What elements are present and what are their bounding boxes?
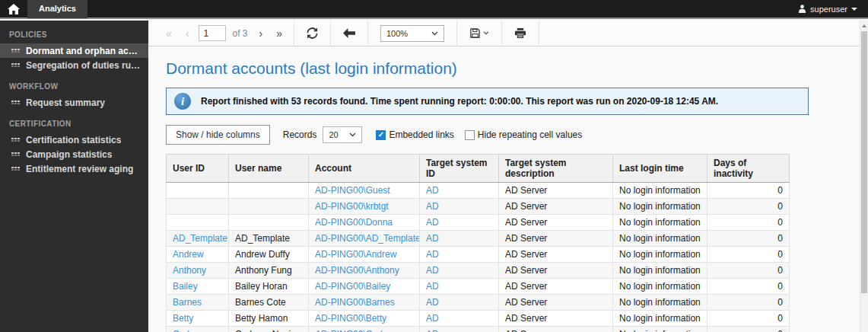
sidebar-item[interactable]: Request summary: [0, 95, 148, 110]
cell-target-system-id[interactable]: AD: [420, 183, 499, 199]
cell-user-id[interactable]: Cadman: [167, 327, 229, 332]
column-header-days-of-inactivity[interactable]: Days of inactivity: [707, 155, 790, 183]
toolbar-divider: [456, 21, 457, 46]
scroll-up-button[interactable]: [860, 21, 868, 30]
column-header-user-id[interactable]: User ID: [167, 155, 229, 183]
page-number-input[interactable]: [199, 25, 226, 41]
sidebar-item[interactable]: Entitlement review aging: [0, 161, 148, 176]
cell-target-system-id[interactable]: AD: [420, 311, 499, 327]
last-page-button[interactable]: »: [269, 28, 289, 39]
cell-user-id[interactable]: Betty: [167, 311, 229, 327]
cell-last-login-time: No login information: [613, 263, 707, 279]
table-row: AD-PING00\GuestADAD ServerNo login infor…: [167, 183, 790, 199]
show-hide-columns-button[interactable]: Show / hide columns: [166, 125, 270, 145]
sidebar-section-title: POLICIES: [0, 21, 148, 43]
cell-account[interactable]: AD-PING00\Donna: [309, 215, 420, 231]
cell-target-system-id[interactable]: AD: [420, 279, 499, 295]
cell-target-system-id[interactable]: AD: [420, 295, 499, 311]
sidebar-item-label: Request summary: [26, 97, 105, 108]
cell-account[interactable]: AD-PING00\Bailey: [309, 279, 420, 295]
print-button[interactable]: [507, 21, 534, 46]
cell-user-id[interactable]: Barnes: [167, 295, 229, 311]
sidebar-item-label: Entitlement review aging: [26, 164, 133, 174]
hide-repeating-label: Hide repeating cell values: [478, 129, 582, 140]
tab-analytics[interactable]: Analytics: [27, 0, 87, 18]
cell-target-system-id[interactable]: AD: [420, 247, 499, 263]
zoom-select[interactable]: 100%: [380, 25, 444, 42]
records-select[interactable]: 20: [323, 126, 362, 143]
cell-user-id[interactable]: AD_Template: [167, 231, 229, 247]
cell-target-system-id[interactable]: AD: [420, 199, 499, 215]
table-row: AD-PING00\DonnaADAD ServerNo login infor…: [167, 215, 790, 231]
cell-user-name: Bailey Horan: [229, 279, 309, 295]
column-header-user-name[interactable]: User name: [229, 155, 309, 183]
cell-user-id[interactable]: Bailey: [167, 279, 229, 295]
cell-target-system-description: AD Server: [499, 199, 613, 215]
cell-account[interactable]: AD-PING00\Barnes: [309, 295, 420, 311]
hide-repeating-checkbox[interactable]: [465, 130, 475, 140]
info-message: Report finished with 53 records found. T…: [201, 96, 718, 107]
controls-row: Show / hide columns Records 20 Embedded …: [166, 125, 860, 145]
export-button[interactable]: [462, 21, 497, 46]
cell-user-name: [229, 183, 309, 199]
cell-target-system-description: AD Server: [499, 263, 613, 279]
cell-target-system-id[interactable]: AD: [420, 263, 499, 279]
cell-target-system-id[interactable]: AD: [420, 231, 499, 247]
cell-user-name: Anthony Fung: [229, 263, 309, 279]
sidebar-item[interactable]: Dormant and orphan accounts: [0, 43, 148, 58]
sidebar: POLICIESDormant and orphan accountsSegre…: [0, 21, 148, 332]
sidebar-item[interactable]: Certification statistics: [0, 132, 148, 147]
column-header-target-system-description[interactable]: Target system description: [499, 155, 613, 183]
cell-user-id[interactable]: Andrew: [167, 247, 229, 263]
cell-user-id: [167, 183, 229, 199]
sidebar-item[interactable]: Segregation of duties rules viola…: [0, 58, 148, 72]
cell-account[interactable]: AD-PING00\Andrew: [309, 247, 420, 263]
toolbar-divider: [367, 21, 368, 46]
cell-target-system-id[interactable]: AD: [420, 327, 499, 332]
cell-last-login-time: No login information: [613, 295, 707, 311]
report-grid-icon: [11, 138, 20, 142]
cell-user-id[interactable]: Anthony: [167, 263, 229, 279]
vertical-scrollbar[interactable]: [860, 21, 868, 332]
prev-page-button[interactable]: ‹: [179, 28, 196, 39]
home-button[interactable]: [0, 0, 27, 18]
topbar: Analytics superuser: [0, 0, 868, 19]
sidebar-item[interactable]: Campaign statistics: [0, 147, 148, 161]
zoom-value-label: 100%: [386, 29, 408, 38]
user-menu[interactable]: superuser: [798, 5, 857, 14]
column-header-last-login-time[interactable]: Last login time: [613, 155, 707, 183]
next-page-button[interactable]: ›: [252, 28, 269, 39]
cell-user-id: [167, 215, 229, 231]
report-table: User IDUser nameAccountTarget system IDT…: [166, 154, 790, 332]
cell-account[interactable]: AD-PING00\Anthony: [309, 263, 420, 279]
cell-user-name: Barnes Cote: [229, 295, 309, 311]
embedded-links-checkbox[interactable]: [376, 130, 386, 140]
cell-account[interactable]: AD-PING00\krbtgt: [309, 199, 420, 215]
user-icon: [798, 5, 806, 13]
table-row: AD_TemplateAD_TemplateAD-PING00\AD_Templ…: [167, 231, 790, 247]
first-page-button[interactable]: «: [159, 28, 179, 39]
scroll-thumb[interactable]: [861, 31, 867, 293]
cell-last-login-time: No login information: [613, 279, 707, 295]
refresh-button[interactable]: [299, 21, 326, 46]
chevron-down-icon: [349, 132, 356, 137]
cell-target-system-id[interactable]: AD: [420, 215, 499, 231]
info-banner: i Report finished with 53 records found.…: [166, 88, 809, 115]
records-label: Records: [283, 129, 317, 140]
cell-user-name: [229, 215, 309, 231]
column-header-target-system-id[interactable]: Target system ID: [420, 155, 499, 183]
chevron-down-icon: [483, 31, 489, 35]
cell-last-login-time: No login information: [613, 311, 707, 327]
embedded-links-option: Embedded links: [376, 129, 453, 140]
cell-account[interactable]: AD-PING00\AD_Template: [309, 231, 420, 247]
username-label: superuser: [810, 5, 847, 14]
cell-days-of-inactivity: 0: [707, 279, 790, 295]
cell-last-login-time: No login information: [613, 327, 707, 332]
back-button[interactable]: [335, 21, 363, 46]
cell-account[interactable]: AD-PING00\Betty: [309, 311, 420, 327]
user-caret-icon: [851, 8, 857, 11]
column-header-account[interactable]: Account: [309, 155, 420, 183]
cell-account[interactable]: AD-PING00\Guest: [309, 183, 420, 199]
cell-account[interactable]: AD-PING00\Cadman: [309, 327, 420, 332]
cell-user-name: Cadman Nouis: [229, 327, 309, 332]
